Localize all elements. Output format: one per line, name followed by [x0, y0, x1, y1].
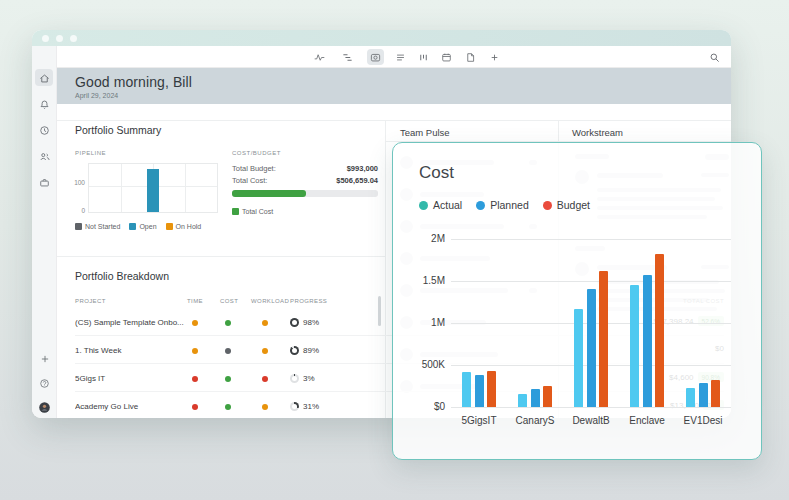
page-title: Good morning, Bill — [75, 74, 731, 90]
gridline — [451, 239, 731, 240]
total-budget-row: Total Budget: $993,000 — [232, 164, 378, 173]
legend-label: On Hold — [176, 223, 202, 230]
cost-status-dot — [225, 376, 231, 382]
calendar-view-icon[interactable] — [438, 49, 455, 65]
portfolio-icon[interactable] — [32, 174, 57, 190]
team-pulse-title: Team Pulse — [400, 127, 450, 138]
pipeline-plot — [88, 163, 218, 213]
gantt-view-icon[interactable] — [339, 49, 356, 65]
divider — [57, 256, 385, 257]
bar-planned-Enclave[interactable] — [643, 275, 652, 407]
portfolio-breakdown-title: Portfolio Breakdown — [75, 270, 169, 282]
progress-donut — [290, 346, 299, 355]
history-icon[interactable] — [32, 122, 57, 138]
column-header-project[interactable]: PROJECT — [75, 298, 106, 304]
legend-dot — [476, 201, 485, 210]
progress-donut — [290, 318, 299, 327]
bar-actual-DewaltB[interactable] — [574, 309, 583, 407]
bar-budget-CanaryS[interactable] — [543, 386, 552, 407]
bar-budget-DewaltB[interactable] — [599, 271, 608, 407]
add-view-icon[interactable] — [486, 49, 503, 65]
legend-swatch — [232, 208, 239, 215]
y-axis-tick: 0 — [71, 207, 85, 214]
legend-label: Open — [139, 223, 156, 230]
bar-budget-Enclave[interactable] — [655, 254, 664, 407]
help-icon[interactable] — [32, 375, 57, 391]
time-status-dot — [192, 348, 198, 354]
project-name: 5Gigs IT — [75, 374, 193, 383]
legend-swatch — [75, 223, 82, 230]
bar-actual-EV1Desi[interactable] — [686, 388, 695, 407]
cost-budget-label: COST/BUDGET — [232, 150, 281, 156]
gridline — [451, 407, 731, 408]
total-cost-label: Total Cost: — [232, 176, 267, 185]
cost-chart-card[interactable]: Cost Actual Planned Budget 2M1.5M1M500K$… — [392, 142, 762, 460]
bar-planned-5GigsIT[interactable] — [475, 375, 484, 407]
window-control-dot[interactable] — [70, 35, 77, 42]
cost-progress-track — [232, 190, 378, 197]
cost-status-dot — [225, 348, 231, 354]
search-icon[interactable] — [706, 49, 723, 65]
project-name: Academy Go Live — [75, 402, 193, 411]
column-header-workload[interactable]: WORKLOAD — [251, 298, 289, 304]
legend-item-planned[interactable]: Planned — [476, 199, 529, 211]
time-status-dot — [192, 404, 198, 410]
legend-item-actual[interactable]: Actual — [419, 199, 462, 211]
bar-budget-5GigsIT[interactable] — [487, 371, 496, 407]
kanban-view-icon[interactable] — [415, 49, 432, 65]
notifications-icon[interactable] — [32, 96, 57, 112]
x-axis-label: EV1Desi — [684, 415, 723, 426]
legend-item: On Hold — [166, 223, 202, 230]
left-icon-sidebar — [32, 46, 57, 418]
page-date: April 29, 2024 — [75, 92, 731, 99]
x-axis-label: Enclave — [629, 415, 665, 426]
divider — [57, 120, 731, 121]
bar-actual-Enclave[interactable] — [630, 285, 639, 407]
column-header-cost[interactable]: COST — [220, 298, 238, 304]
legend-swatch — [129, 223, 136, 230]
legend-dot — [543, 201, 552, 210]
users-icon[interactable] — [32, 148, 57, 164]
workload-status-dot — [262, 404, 268, 410]
column-header-progress[interactable]: PROGRESS — [290, 298, 327, 304]
total-cost-row: Total Cost: $506,659.04 — [232, 176, 378, 185]
cost-budget-legend: Total Cost — [232, 208, 273, 215]
project-name: 1. This Week — [75, 346, 193, 355]
bar-planned-CanaryS[interactable] — [531, 389, 540, 407]
document-view-icon[interactable] — [462, 49, 479, 65]
progress-percent: 89% — [303, 346, 319, 355]
bar-planned-DewaltB[interactable] — [587, 289, 596, 407]
progress-donut — [290, 374, 299, 383]
legend-dot — [419, 201, 428, 210]
x-axis-label: CanaryS — [516, 415, 555, 426]
legend-item-budget[interactable]: Budget — [543, 199, 590, 211]
legend-label: Actual — [433, 199, 462, 211]
legend-label: Not Started — [85, 223, 120, 230]
home-icon[interactable] — [32, 70, 57, 86]
y-axis-tick: 2M — [405, 233, 445, 244]
bar-planned-EV1Desi[interactable] — [699, 383, 708, 407]
pulse-chart-view-icon[interactable] — [311, 49, 328, 65]
list-view-icon[interactable] — [392, 49, 409, 65]
legend-swatch — [166, 223, 173, 230]
column-header-time[interactable]: TIME — [187, 298, 203, 304]
add-icon[interactable] — [32, 351, 57, 367]
pipeline-bar-open[interactable] — [147, 169, 159, 212]
gridline — [451, 281, 731, 282]
progress-percent: 3% — [303, 374, 315, 383]
dashboard-view-icon[interactable] — [367, 49, 384, 65]
gridline — [185, 164, 186, 212]
cost-chart-plot: 2M1.5M1M500K$05GigsITCanarySDewaltBEncla… — [451, 239, 731, 407]
y-axis-tick: 500K — [405, 359, 445, 370]
profile-avatar[interactable] — [32, 399, 57, 415]
total-cost-value: $506,659.04 — [336, 176, 378, 185]
bar-actual-5GigsIT[interactable] — [462, 372, 471, 407]
window-control-dot[interactable] — [42, 35, 49, 42]
y-axis-tick: $0 — [405, 401, 445, 412]
gridline — [121, 164, 122, 212]
bar-actual-CanaryS[interactable] — [518, 394, 527, 407]
greeting-header: Good morning, Bill April 29, 2024 — [57, 68, 731, 104]
bar-budget-EV1Desi[interactable] — [711, 380, 720, 407]
window-control-dot[interactable] — [56, 35, 63, 42]
workstream-title: Workstream — [572, 127, 623, 138]
